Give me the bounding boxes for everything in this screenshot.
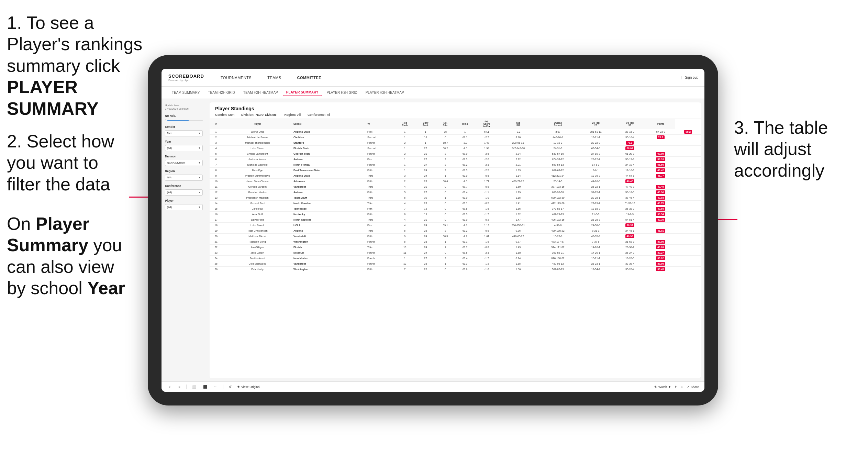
filter-division-val: NCAA Division I — [256, 113, 278, 116]
table-cell: 19 — [210, 228, 222, 234]
table-filter-row: Gender: Men Division: NCAA Division I Re… — [215, 113, 695, 116]
table-cell: 88.2 — [675, 129, 701, 135]
sub-nav-team-summary[interactable]: TEAM SUMMARY — [168, 89, 203, 96]
table-cell: 208-96-11 — [498, 140, 538, 146]
share-label: Share — [691, 385, 699, 389]
table-cell: Florida — [292, 245, 366, 250]
instruction-note: On Player Summary you can also view by s… — [7, 213, 134, 299]
table-cell: 1.56 — [498, 267, 538, 272]
share-icon: ↗ — [687, 385, 690, 389]
table-cell: 27 — [415, 146, 436, 151]
sidebar-year-section: Year (All) ▼ — [165, 140, 203, 151]
table-cell: 1 — [394, 168, 415, 173]
table-cell: 13-18-2 — [578, 206, 614, 212]
sign-out-link[interactable]: Sign out — [685, 76, 698, 79]
sub-nav-player-summary[interactable]: PLAYER SUMMARY — [283, 89, 322, 96]
table-cell: 8-6-1 — [578, 168, 614, 173]
table-cell: 4 — [394, 184, 415, 190]
table-cell: 0 — [436, 201, 455, 206]
table-cell: Fifth — [366, 190, 394, 195]
toolbar-copy[interactable]: ⬜ — [191, 384, 198, 389]
nav-committee[interactable]: COMMITTEE — [294, 74, 324, 81]
table-cell: 387-133-16 — [538, 184, 578, 190]
table-cell: -2.0 — [455, 140, 475, 146]
toolbar-more[interactable]: ⋯ — [213, 384, 219, 389]
table-cell: 68.3 — [455, 212, 475, 217]
table-cell: 68.2 — [436, 146, 455, 151]
table-cell: -2.5 — [475, 168, 498, 173]
table-cell: 36.54 — [646, 212, 675, 217]
table-cell: 10 — [210, 179, 222, 184]
table-cell: 3 — [394, 173, 415, 179]
table-cell: 11-5-3 — [578, 212, 614, 217]
table-cell: Tennessee — [292, 206, 366, 212]
table-cell: 0.96 — [498, 228, 538, 234]
table-cell: 489-72-25 — [498, 179, 538, 184]
sidebar-gender-section: Gender Men ▼ — [165, 125, 203, 136]
year-select[interactable]: (All) ▼ — [165, 145, 203, 151]
sub-nav-team-h2h-heatmap[interactable]: TEAM H2H HEATMAP — [240, 89, 281, 96]
table-cell: 500-155-31 — [498, 223, 538, 228]
table-cell: 19-7-3 — [614, 212, 646, 217]
table-scroll-area[interactable]: # Player School Yr RegRank ConfRank No.R… — [210, 119, 701, 378]
year-arrow: ▼ — [198, 147, 201, 149]
nav-tournaments[interactable]: TOURNAMENTS — [218, 74, 254, 81]
nav-right: | Sign out — [681, 76, 698, 79]
watch-btn[interactable]: 👁 Watch ▼ — [654, 385, 671, 389]
instruction-step1: 1. To see a Player's rankings summary cl… — [7, 12, 158, 119]
table-cell: 1 — [394, 135, 415, 140]
filter-region-val: All — [297, 113, 301, 116]
toolbar-back[interactable]: ◁ — [167, 384, 173, 389]
table-cell: Fifth — [366, 179, 394, 184]
sidebar-conference-section: Conference (All) ▼ — [165, 184, 203, 196]
table-cell: 1.61 — [475, 234, 498, 239]
table-cell: 40.98 — [614, 234, 646, 239]
toolbar-view: 👁 View: Original — [237, 385, 260, 389]
region-select[interactable]: N/A ▼ — [165, 175, 203, 181]
table-cell: Phichaksn Maichon — [222, 195, 292, 201]
table-cell: 22-29-7 — [578, 201, 614, 206]
toolbar-forward[interactable]: ▷ — [177, 384, 182, 389]
player-arrow: ▼ — [198, 206, 201, 208]
table-cell: -0.5 — [475, 201, 498, 206]
instruction-step1-bold: PLAYER SUMMARY — [7, 77, 99, 118]
sub-nav-team-h2h-grid[interactable]: TEAM H2H GRID — [205, 89, 238, 96]
toolbar-paste[interactable]: ⬛ — [202, 384, 209, 389]
sub-nav-player-h2h-grid[interactable]: PLAYER H2H GRID — [323, 89, 361, 96]
table-row: 4Luke ClatonFlorida StateSecond12768.2-1… — [210, 146, 701, 151]
player-select[interactable]: (All) ▼ — [165, 204, 203, 210]
gender-select[interactable]: Men ▼ — [165, 130, 203, 136]
nav-teams[interactable]: TEAMS — [265, 74, 284, 81]
table-cell: -1.7 — [475, 256, 498, 261]
table-cell: 24 — [415, 223, 436, 228]
no-rds-slider[interactable] — [167, 120, 203, 121]
table-row: 26Petr HrubyWashingtonFifth725068.6-1.61… — [210, 267, 701, 272]
table-cell: 27-10-2 — [578, 151, 614, 157]
conference-select[interactable]: (All) ▼ — [165, 189, 203, 196]
table-cell: 14-26-1 — [578, 245, 614, 250]
gender-value: Men — [167, 132, 173, 135]
table-cell: 30.27 — [646, 250, 675, 256]
sidebar-filters: Update time: 27/03/2024 16:56:26 No Rds.… — [162, 99, 206, 381]
share-btn[interactable]: ↗ Share — [687, 385, 699, 389]
table-cell: 2 — [436, 256, 455, 261]
col-vs-top-25: Vs Top25 — [578, 119, 614, 129]
table-cell: 29-38-2 — [614, 245, 646, 250]
toolbar-refresh[interactable]: ↺ — [227, 384, 233, 389]
division-select[interactable]: NCAA Division I ▼ — [165, 160, 203, 166]
grid-btn[interactable]: ⊞ — [681, 385, 683, 389]
export-btn[interactable]: ⬆ — [675, 385, 677, 389]
table-row: 17David FordNorth CarolinaThird421069.0-… — [210, 217, 701, 223]
year-label: Year — [165, 140, 203, 143]
table-cell: 9 — [394, 234, 415, 239]
player-value: (All) — [167, 205, 172, 209]
table-row: 5Christo LamprechtGeorgia TechFourth2212… — [210, 151, 701, 157]
table-cell: 26-27-2 — [614, 250, 646, 256]
table-cell: Wenyi Ding — [222, 129, 292, 135]
division-value: NCAA Division I — [167, 161, 186, 164]
table-cell: 15 — [210, 206, 222, 212]
table-cell: Auburn — [292, 190, 366, 195]
sub-nav-player-h2h-heatmap[interactable]: PLAYER H2H HEATMAP — [362, 89, 408, 96]
table-cell: 5 — [210, 151, 222, 157]
table-cell: 2 — [436, 162, 455, 168]
